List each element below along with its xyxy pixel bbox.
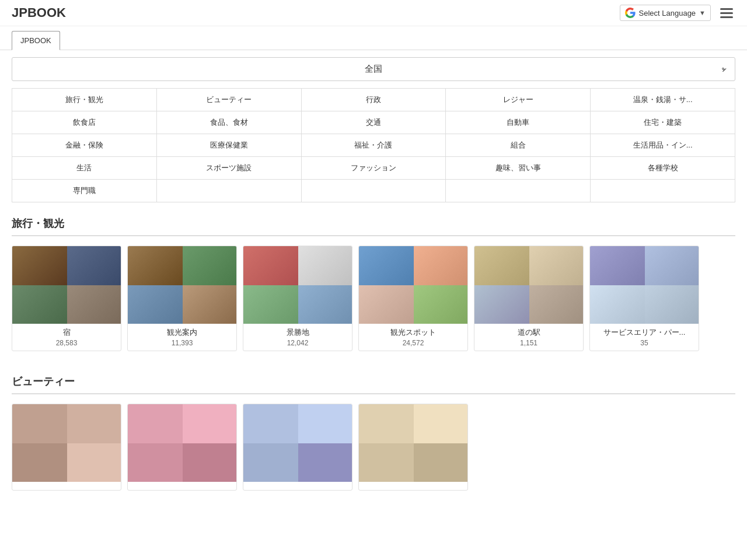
card-image-keishochi [243, 246, 352, 324]
card-image-beauty-2 [128, 404, 237, 482]
category-cell[interactable]: 飲食店 [12, 111, 157, 134]
card-kanko-annai[interactable]: 観光案内 11,393 [127, 246, 237, 351]
card-image-kanko-annai [128, 246, 237, 324]
card-service-area[interactable]: サービスエリア・パー... 35 [589, 246, 699, 351]
card-keishochi[interactable]: 景勝地 12,042 [243, 246, 352, 351]
menu-button[interactable] [718, 6, 735, 20]
card-yado[interactable]: 宿 28,583 [12, 246, 121, 351]
card-image-kanko-spot [359, 246, 468, 324]
section-title-travel: 旅行・観光 [12, 216, 735, 236]
card-kanko-spot[interactable]: 観光スポット 24,572 [358, 246, 468, 351]
category-cell[interactable]: 生活用品・イン... [591, 134, 735, 157]
card-image-beauty-3 [243, 404, 352, 482]
category-cell [446, 180, 591, 202]
card-grid-beauty [12, 404, 735, 491]
category-cell[interactable]: 行政 [301, 89, 446, 111]
site-logo: JPBOOK [12, 5, 66, 20]
category-cell[interactable]: 専門職 [12, 180, 157, 202]
category-cell [591, 180, 735, 202]
category-cell[interactable]: 自動車 [446, 111, 591, 134]
region-value: 全国 [365, 64, 382, 75]
category-cell[interactable]: 旅行・観光 [12, 89, 157, 111]
card-beauty-2[interactable] [127, 404, 237, 491]
category-cell[interactable]: 各種学校 [591, 157, 735, 180]
category-cell[interactable]: 住宅・建築 [591, 111, 735, 134]
section-title-beauty: ビューティー [12, 374, 735, 394]
tab-jpbook[interactable]: JPBOOK [12, 31, 60, 50]
category-cell[interactable]: 医療保健業 [156, 134, 301, 157]
card-title-kanko-annai: 観光案内 [132, 327, 232, 338]
region-dropdown-container: 全国 › [12, 57, 735, 81]
language-arrow-icon: ▼ [699, 9, 706, 16]
language-selector[interactable]: Select Language ▼ [620, 5, 711, 21]
tab-bar: JPBOOK [0, 26, 747, 50]
card-count-kanko-annai: 11,393 [132, 339, 232, 347]
card-beauty-1[interactable] [12, 404, 121, 491]
hamburger-icon [720, 8, 733, 18]
header: JPBOOK Select Language ▼ [0, 0, 747, 26]
header-right: Select Language ▼ [620, 5, 735, 21]
section-travel: 旅行・観光 宿 28,583 [12, 216, 735, 351]
category-cell[interactable]: 福祉・介護 [301, 134, 446, 157]
card-title-michi-no-eki: 道の駅 [479, 327, 578, 338]
card-michi-no-eki[interactable]: 道の駅 1,151 [474, 246, 584, 351]
card-count-michi-no-eki: 1,151 [479, 339, 578, 347]
category-cell[interactable]: 金融・保険 [12, 134, 157, 157]
card-title-service-area: サービスエリア・パー... [595, 327, 694, 338]
region-select-wrapper: 全国 › [12, 57, 735, 81]
category-cell[interactable]: 食品、食材 [156, 111, 301, 134]
language-label: Select Language [639, 9, 696, 18]
card-image-beauty-4 [359, 404, 468, 482]
category-cell[interactable]: ビューティー [156, 89, 301, 111]
region-arrow-icon: › [722, 63, 725, 75]
section-beauty: ビューティー [12, 374, 735, 491]
category-row: 飲食店 食品、食材 交通 自動車 住宅・建築 [12, 111, 735, 134]
category-row: 生活 スポーツ施設 ファッション 趣味、習い事 各種学校 [12, 157, 735, 180]
category-cell [301, 180, 446, 202]
card-image-beauty-1 [12, 404, 121, 482]
region-dropdown[interactable]: 全国 › [12, 57, 735, 81]
card-count-kanko-spot: 24,572 [364, 339, 463, 347]
category-row: 金融・保険 医療保健業 福祉・介護 組合 生活用品・イン... [12, 134, 735, 157]
card-grid-travel: 宿 28,583 観光案内 11 [12, 246, 735, 351]
category-cell[interactable]: 交通 [301, 111, 446, 134]
card-count-keishochi: 12,042 [248, 339, 347, 347]
category-grid: 旅行・観光 ビューティー 行政 レジャー 温泉・銭湯・サ... 飲食店 食品、食… [12, 88, 735, 202]
card-count-service-area: 35 [595, 339, 694, 347]
card-beauty-3[interactable] [243, 404, 352, 491]
card-image-service-area [590, 246, 699, 324]
card-title-keishochi: 景勝地 [248, 327, 347, 338]
card-image-yado [12, 246, 121, 324]
category-cell[interactable]: 温泉・銭湯・サ... [591, 89, 735, 111]
card-title-kanko-spot: 観光スポット [364, 327, 463, 338]
google-icon [625, 8, 636, 18]
category-row: 専門職 [12, 180, 735, 202]
category-cell[interactable]: スポーツ施設 [156, 157, 301, 180]
category-cell[interactable]: ファッション [301, 157, 446, 180]
card-count-yado: 28,583 [17, 339, 116, 347]
card-title-yado: 宿 [17, 327, 116, 338]
category-cell[interactable]: レジャー [446, 89, 591, 111]
category-row: 旅行・観光 ビューティー 行政 レジャー 温泉・銭湯・サ... [12, 89, 735, 111]
category-cell[interactable]: 組合 [446, 134, 591, 157]
category-cell[interactable]: 生活 [12, 157, 157, 180]
category-cell [156, 180, 301, 202]
category-cell[interactable]: 趣味、習い事 [446, 157, 591, 180]
card-image-michi-no-eki [474, 246, 584, 324]
card-beauty-4[interactable] [358, 404, 468, 491]
